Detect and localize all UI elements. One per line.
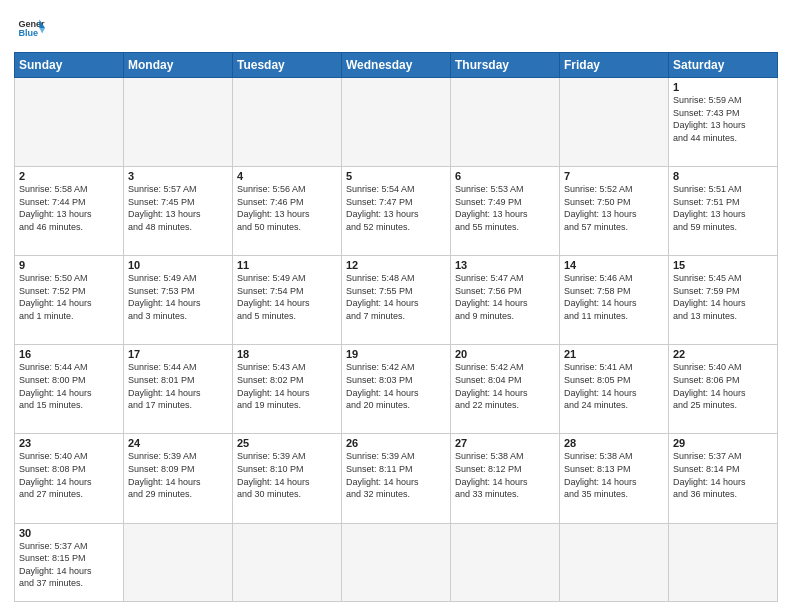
day-number: 18 [237,348,337,360]
day-info: Sunrise: 5:59 AM Sunset: 7:43 PM Dayligh… [673,94,773,144]
week-row-3: 16Sunrise: 5:44 AM Sunset: 8:00 PM Dayli… [15,345,778,434]
day-info: Sunrise: 5:44 AM Sunset: 8:01 PM Dayligh… [128,361,228,411]
day-cell: 10Sunrise: 5:49 AM Sunset: 7:53 PM Dayli… [124,256,233,345]
day-number: 21 [564,348,664,360]
day-cell [669,523,778,601]
weekday-header-row: SundayMondayTuesdayWednesdayThursdayFrid… [15,53,778,78]
day-cell [451,523,560,601]
day-info: Sunrise: 5:52 AM Sunset: 7:50 PM Dayligh… [564,183,664,233]
day-info: Sunrise: 5:42 AM Sunset: 8:04 PM Dayligh… [455,361,555,411]
day-cell: 28Sunrise: 5:38 AM Sunset: 8:13 PM Dayli… [560,434,669,523]
day-number: 16 [19,348,119,360]
day-cell [233,78,342,167]
day-number: 11 [237,259,337,271]
day-number: 14 [564,259,664,271]
day-cell [233,523,342,601]
day-cell: 22Sunrise: 5:40 AM Sunset: 8:06 PM Dayli… [669,345,778,434]
svg-marker-3 [39,28,45,34]
week-row-5: 30Sunrise: 5:37 AM Sunset: 8:15 PM Dayli… [15,523,778,601]
day-cell: 9Sunrise: 5:50 AM Sunset: 7:52 PM Daylig… [15,256,124,345]
day-info: Sunrise: 5:57 AM Sunset: 7:45 PM Dayligh… [128,183,228,233]
day-number: 1 [673,81,773,93]
day-cell: 24Sunrise: 5:39 AM Sunset: 8:09 PM Dayli… [124,434,233,523]
day-number: 23 [19,437,119,449]
week-row-1: 2Sunrise: 5:58 AM Sunset: 7:44 PM Daylig… [15,167,778,256]
day-cell: 5Sunrise: 5:54 AM Sunset: 7:47 PM Daylig… [342,167,451,256]
day-number: 27 [455,437,555,449]
day-info: Sunrise: 5:39 AM Sunset: 8:10 PM Dayligh… [237,450,337,500]
day-cell: 3Sunrise: 5:57 AM Sunset: 7:45 PM Daylig… [124,167,233,256]
day-info: Sunrise: 5:44 AM Sunset: 8:00 PM Dayligh… [19,361,119,411]
day-info: Sunrise: 5:41 AM Sunset: 8:05 PM Dayligh… [564,361,664,411]
calendar-table: SundayMondayTuesdayWednesdayThursdayFrid… [14,52,778,602]
day-cell: 26Sunrise: 5:39 AM Sunset: 8:11 PM Dayli… [342,434,451,523]
day-info: Sunrise: 5:37 AM Sunset: 8:14 PM Dayligh… [673,450,773,500]
day-cell: 15Sunrise: 5:45 AM Sunset: 7:59 PM Dayli… [669,256,778,345]
day-cell [451,78,560,167]
day-cell: 23Sunrise: 5:40 AM Sunset: 8:08 PM Dayli… [15,434,124,523]
day-number: 12 [346,259,446,271]
day-cell: 4Sunrise: 5:56 AM Sunset: 7:46 PM Daylig… [233,167,342,256]
day-info: Sunrise: 5:40 AM Sunset: 8:08 PM Dayligh… [19,450,119,500]
day-cell [124,523,233,601]
day-number: 17 [128,348,228,360]
day-cell: 18Sunrise: 5:43 AM Sunset: 8:02 PM Dayli… [233,345,342,434]
day-cell: 27Sunrise: 5:38 AM Sunset: 8:12 PM Dayli… [451,434,560,523]
day-cell: 25Sunrise: 5:39 AM Sunset: 8:10 PM Dayli… [233,434,342,523]
day-cell: 14Sunrise: 5:46 AM Sunset: 7:58 PM Dayli… [560,256,669,345]
day-number: 6 [455,170,555,182]
day-cell: 13Sunrise: 5:47 AM Sunset: 7:56 PM Dayli… [451,256,560,345]
day-cell [342,78,451,167]
day-info: Sunrise: 5:53 AM Sunset: 7:49 PM Dayligh… [455,183,555,233]
day-info: Sunrise: 5:49 AM Sunset: 7:54 PM Dayligh… [237,272,337,322]
weekday-header-saturday: Saturday [669,53,778,78]
day-info: Sunrise: 5:45 AM Sunset: 7:59 PM Dayligh… [673,272,773,322]
day-cell: 21Sunrise: 5:41 AM Sunset: 8:05 PM Dayli… [560,345,669,434]
day-info: Sunrise: 5:40 AM Sunset: 8:06 PM Dayligh… [673,361,773,411]
day-number: 9 [19,259,119,271]
day-info: Sunrise: 5:51 AM Sunset: 7:51 PM Dayligh… [673,183,773,233]
day-number: 29 [673,437,773,449]
day-number: 22 [673,348,773,360]
day-cell: 17Sunrise: 5:44 AM Sunset: 8:01 PM Dayli… [124,345,233,434]
day-number: 7 [564,170,664,182]
day-cell [560,78,669,167]
day-cell [15,78,124,167]
weekday-header-tuesday: Tuesday [233,53,342,78]
day-number: 26 [346,437,446,449]
day-info: Sunrise: 5:39 AM Sunset: 8:09 PM Dayligh… [128,450,228,500]
day-cell: 7Sunrise: 5:52 AM Sunset: 7:50 PM Daylig… [560,167,669,256]
day-number: 19 [346,348,446,360]
day-number: 25 [237,437,337,449]
week-row-4: 23Sunrise: 5:40 AM Sunset: 8:08 PM Dayli… [15,434,778,523]
week-row-0: 1Sunrise: 5:59 AM Sunset: 7:43 PM Daylig… [15,78,778,167]
weekday-header-friday: Friday [560,53,669,78]
day-cell [560,523,669,601]
week-row-2: 9Sunrise: 5:50 AM Sunset: 7:52 PM Daylig… [15,256,778,345]
day-number: 10 [128,259,228,271]
day-cell [124,78,233,167]
day-number: 4 [237,170,337,182]
day-cell: 8Sunrise: 5:51 AM Sunset: 7:51 PM Daylig… [669,167,778,256]
day-number: 15 [673,259,773,271]
day-info: Sunrise: 5:50 AM Sunset: 7:52 PM Dayligh… [19,272,119,322]
day-info: Sunrise: 5:37 AM Sunset: 8:15 PM Dayligh… [19,540,119,590]
day-number: 24 [128,437,228,449]
weekday-header-wednesday: Wednesday [342,53,451,78]
day-cell: 1Sunrise: 5:59 AM Sunset: 7:43 PM Daylig… [669,78,778,167]
day-info: Sunrise: 5:47 AM Sunset: 7:56 PM Dayligh… [455,272,555,322]
day-info: Sunrise: 5:38 AM Sunset: 8:13 PM Dayligh… [564,450,664,500]
day-cell: 19Sunrise: 5:42 AM Sunset: 8:03 PM Dayli… [342,345,451,434]
day-info: Sunrise: 5:39 AM Sunset: 8:11 PM Dayligh… [346,450,446,500]
day-info: Sunrise: 5:42 AM Sunset: 8:03 PM Dayligh… [346,361,446,411]
day-info: Sunrise: 5:56 AM Sunset: 7:46 PM Dayligh… [237,183,337,233]
day-info: Sunrise: 5:49 AM Sunset: 7:53 PM Dayligh… [128,272,228,322]
weekday-header-monday: Monday [124,53,233,78]
page: General Blue SundayMondayTuesdayWednesda… [0,0,792,612]
day-cell: 6Sunrise: 5:53 AM Sunset: 7:49 PM Daylig… [451,167,560,256]
weekday-header-thursday: Thursday [451,53,560,78]
logo-icon: General Blue [17,14,45,42]
day-info: Sunrise: 5:46 AM Sunset: 7:58 PM Dayligh… [564,272,664,322]
day-number: 20 [455,348,555,360]
day-info: Sunrise: 5:54 AM Sunset: 7:47 PM Dayligh… [346,183,446,233]
